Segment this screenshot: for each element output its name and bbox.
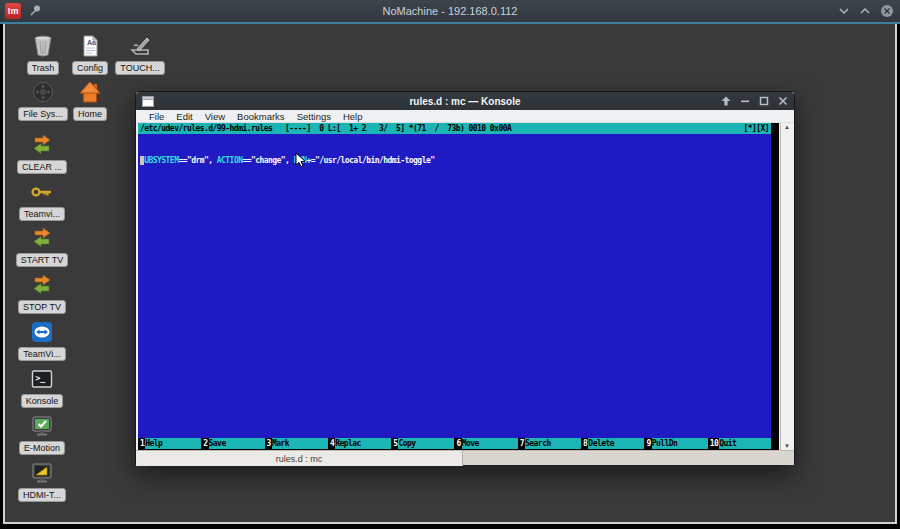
menu-help[interactable]: Help <box>337 111 369 122</box>
filesystem-icon <box>31 80 55 104</box>
desktop-icon-teamviewer[interactable]: TeamVi... <box>7 320 77 361</box>
scroll-down-icon[interactable]: ▼ <box>784 442 790 450</box>
minimize-icon[interactable] <box>838 5 850 17</box>
fkey-label: Delete <box>588 438 644 449</box>
arrows-icon <box>30 226 54 250</box>
text-cursor <box>140 156 144 165</box>
fkey-number: 7 <box>518 438 525 449</box>
terminal-area[interactable]: /etc/udev/rules.d/99-hdmi.rules [----] 0… <box>138 123 779 450</box>
fkey-pulldn[interactable]: 9PullDn <box>644 438 707 449</box>
stylus-icon <box>128 34 152 58</box>
terminal-scrollbar[interactable]: ▲ ▼ <box>780 123 793 450</box>
fkey-number: 10 <box>708 438 720 449</box>
arrows-icon <box>30 273 54 297</box>
fkey-number: 2 <box>201 438 208 449</box>
tab-rules-mc[interactable]: rules.d : mc <box>136 451 463 466</box>
fkey-quit[interactable]: 10Quit <box>708 438 771 449</box>
icon-label: STOP TV <box>18 300 66 314</box>
mc-header-buttons[interactable]: [*][X] <box>743 123 769 134</box>
fkey-delete[interactable]: 8Delete <box>581 438 644 449</box>
menu-file[interactable]: File <box>143 111 170 122</box>
tab-label: rules.d : mc <box>276 454 323 464</box>
fkey-number: 3 <box>265 438 272 449</box>
icon-label: TeamVi... <box>18 347 65 361</box>
desktop-icon-teamviewer-key[interactable]: Teamvi... <box>7 180 77 221</box>
fkey-save[interactable]: 2Save <box>201 438 264 449</box>
fkey-number: 4 <box>328 438 335 449</box>
code-token: =="drm", <box>178 156 216 165</box>
code-token: ACTION <box>217 156 243 165</box>
desktop-icon-start-tv[interactable]: START TV <box>7 226 77 267</box>
fkey-number: 1 <box>138 438 145 449</box>
fkey-move[interactable]: 6Move <box>454 438 517 449</box>
document-icon: Aa <box>78 34 102 58</box>
mc-editor-body[interactable]: SUBSYSTEM=="drm", ACTION=="change", RUN+… <box>138 134 771 438</box>
mc-file-status: /etc/udev/rules.d/99-hdmi.rules [----] 0… <box>140 123 511 134</box>
icon-label: E-Motion <box>19 441 65 455</box>
icon-label: CLEAR ... <box>17 160 67 174</box>
maximize-icon[interactable] <box>759 96 769 106</box>
fkey-label: Quit <box>719 438 771 449</box>
remote-desktop: Trash Aa Config TOUCH... <box>3 24 897 524</box>
window-title: NoMachine - 192.168.0.112 <box>0 5 900 17</box>
konsole-window-icon <box>142 96 154 107</box>
menu-bookmarks[interactable]: Bookmarks <box>231 111 291 122</box>
close-icon[interactable] <box>778 96 788 106</box>
teamviewer-icon <box>30 320 54 344</box>
konsole-titlebar[interactable]: rules.d : mc — Konsole <box>136 92 794 110</box>
desktop-icon-touch[interactable]: TOUCH... <box>105 34 175 75</box>
maximize-icon[interactable] <box>859 5 871 17</box>
editor-line-1: SUBSYSTEM=="drm", ACTION=="change", RUN+… <box>140 156 771 167</box>
icon-label: TOUCH... <box>115 61 164 75</box>
pin-icon[interactable] <box>28 4 41 18</box>
fkey-search[interactable]: 7Search <box>518 438 581 449</box>
icon-label: START TV <box>16 253 68 267</box>
fkey-label: Replac <box>335 438 391 449</box>
keep-above-icon[interactable] <box>721 96 731 106</box>
fkey-label: Mark <box>272 438 328 449</box>
fkey-mark[interactable]: 3Mark <box>265 438 328 449</box>
arrows-icon <box>30 133 54 157</box>
nomachine-logo-icon[interactable]: !m <box>5 3 21 19</box>
icon-label: Home <box>73 107 107 121</box>
home-icon <box>78 80 102 104</box>
scroll-up-icon[interactable]: ▲ <box>784 123 790 131</box>
terminal-icon: >_ <box>30 367 54 391</box>
fkey-number: 8 <box>581 438 588 449</box>
desktop-icon-stop-tv[interactable]: STOP TV <box>7 273 77 314</box>
nomachine-titlebar: !m NoMachine - 192.168.0.112 <box>0 0 900 22</box>
code-token: +="/usr/local/bin/hdmi-toggle" <box>306 156 434 165</box>
fkey-label: Save <box>209 438 265 449</box>
icon-label: Config <box>72 61 108 75</box>
desktop-icon-home[interactable]: Home <box>55 80 125 121</box>
trash-icon <box>31 34 55 58</box>
fkey-label: PullDn <box>652 438 708 449</box>
icon-label: HDMI-T... <box>18 488 66 502</box>
fkey-copy[interactable]: 5Copy <box>391 438 454 449</box>
minimize-icon[interactable] <box>740 96 750 106</box>
desktop-icon-hdmi[interactable]: HDMI-T... <box>7 461 77 502</box>
konsole-title: rules.d : mc — Konsole <box>136 96 794 107</box>
fkey-label: Search <box>525 438 581 449</box>
fkey-label: Copy <box>398 438 454 449</box>
konsole-window: rules.d : mc — Konsole FileE <box>135 91 795 465</box>
close-icon[interactable] <box>880 4 894 18</box>
konsole-menubar: FileEditViewBookmarksSettingsHelp <box>136 110 794 123</box>
desktop-icon-clear[interactable]: CLEAR ... <box>7 133 77 174</box>
menu-edit[interactable]: Edit <box>170 111 198 122</box>
mouse-cursor <box>295 152 307 168</box>
menu-settings[interactable]: Settings <box>291 111 337 122</box>
fkey-number: 5 <box>391 438 398 449</box>
code-token: SUBSYSTEM <box>140 156 178 165</box>
svg-text:>_: >_ <box>36 374 46 383</box>
monitor-hdmi-icon <box>30 461 54 485</box>
fkey-help[interactable]: 1Help <box>138 438 201 449</box>
fkey-label: Move <box>462 438 518 449</box>
mc-function-bar: 1Help2Save3Mark4Replac5Copy6Move7Search8… <box>138 438 771 449</box>
key-icon <box>30 180 54 204</box>
desktop-icon-konsole[interactable]: >_ Konsole <box>7 367 77 408</box>
menu-view[interactable]: View <box>199 111 231 122</box>
desktop-icon-emotion[interactable]: E-Motion <box>7 414 77 455</box>
fkey-replac[interactable]: 4Replac <box>328 438 391 449</box>
fkey-number: 6 <box>454 438 461 449</box>
